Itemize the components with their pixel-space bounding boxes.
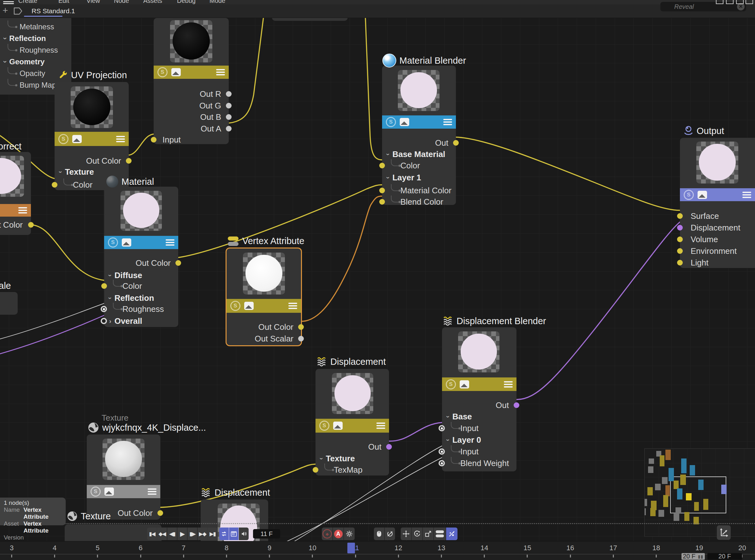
port-row[interactable]: Out R xyxy=(154,88,229,100)
port-out-r[interactable] xyxy=(226,91,232,97)
ruler-frame-9[interactable]: 9 xyxy=(268,544,271,552)
port-group-layer0[interactable]: ›Layer 0 xyxy=(442,434,517,445)
node-output[interactable]: S Surface Displacement Volume Environmen… xyxy=(680,138,755,268)
port-row[interactable]: Out Color xyxy=(0,219,31,231)
playhead[interactable] xyxy=(347,543,355,553)
node-tag-icon[interactable] xyxy=(13,7,23,15)
node-title-material[interactable]: Material xyxy=(106,176,154,187)
port-input[interactable] xyxy=(151,137,156,142)
image-preview-icon[interactable] xyxy=(72,135,82,143)
goto-end-button[interactable]: ▶▮ xyxy=(208,527,217,540)
port-group-texture[interactable]: ›Texture xyxy=(315,453,389,464)
port-volume[interactable] xyxy=(677,237,683,242)
node-header[interactable]: S xyxy=(442,377,517,391)
window-icon[interactable] xyxy=(726,0,734,4)
node-header[interactable]: S xyxy=(227,299,301,313)
window-icon[interactable] xyxy=(716,0,723,4)
node-title-texture-2[interactable]: Texture xyxy=(67,511,111,522)
port-material-color[interactable] xyxy=(379,187,385,193)
play-button[interactable]: ▶ xyxy=(177,527,187,540)
menu-icon[interactable] xyxy=(504,380,513,389)
port-roughness[interactable] xyxy=(101,306,107,312)
node-title-displacement[interactable]: Displacement xyxy=(317,357,386,367)
port-out[interactable] xyxy=(453,140,459,146)
node-header[interactable]: S xyxy=(104,236,178,249)
port-out-g[interactable] xyxy=(226,103,232,108)
ruler-frame-20[interactable]: 20 xyxy=(738,544,746,552)
image-preview-icon[interactable] xyxy=(122,238,131,246)
ruler-frame-10[interactable]: 10 xyxy=(309,544,316,552)
port-out-color[interactable] xyxy=(157,510,163,516)
port-row[interactable]: Surface xyxy=(680,210,755,222)
node-scale-partial[interactable] xyxy=(0,292,18,315)
menu-item-mode[interactable]: Mode xyxy=(210,0,225,4)
menu-item-node[interactable]: Node xyxy=(114,0,129,4)
node-title-displacement-blender[interactable]: Displacement Blender xyxy=(443,316,546,326)
menu-item-assets[interactable]: Assets xyxy=(143,0,162,4)
move-tool-button[interactable] xyxy=(401,527,411,540)
port-out-color[interactable] xyxy=(175,260,181,266)
node-title-texture[interactable]: wjykcfnqx_4K_Displace... xyxy=(88,422,206,433)
port-row[interactable]: Color xyxy=(104,280,178,292)
node-uv-projection[interactable]: S Out Color ›Texture Color xyxy=(55,82,129,190)
port-row[interactable]: Out xyxy=(442,400,517,411)
port-diffuse-color[interactable] xyxy=(101,283,107,289)
node-title-vertex-attribute[interactable]: Vertex Attribute xyxy=(228,236,305,246)
port-row[interactable]: Environment xyxy=(680,245,755,257)
port-group-diffuse[interactable]: ›Diffuse xyxy=(104,269,178,281)
ruler-frame-12[interactable]: 12 xyxy=(395,544,402,552)
port-color[interactable] xyxy=(52,182,57,187)
port-row[interactable]: Out xyxy=(315,441,389,453)
port-row[interactable]: Material Color xyxy=(382,185,456,196)
menu-icon[interactable] xyxy=(166,238,174,247)
prev-frame-button[interactable]: ◀▮ xyxy=(167,527,177,540)
fcurve-editor-button[interactable] xyxy=(717,525,731,540)
port-row[interactable]: Out Scalar xyxy=(227,333,301,344)
port-row[interactable]: Out Color xyxy=(55,155,129,166)
timeline-ruler[interactable]: 34567891011121314151617181920 xyxy=(0,541,755,560)
port-surface[interactable] xyxy=(677,213,683,219)
node-title-displacement-2[interactable]: Displacement xyxy=(201,487,270,498)
scale-tool-button[interactable] xyxy=(423,527,433,540)
window-icon[interactable] xyxy=(746,0,753,4)
rotation-lock-button[interactable] xyxy=(385,527,395,540)
port-row[interactable]: Volume xyxy=(680,234,755,245)
current-frame-field[interactable]: 11 F xyxy=(253,529,280,539)
port-row[interactable]: Input xyxy=(154,134,229,145)
image-preview-icon[interactable] xyxy=(171,68,181,76)
port-out[interactable] xyxy=(386,444,392,449)
menu-item-create[interactable]: Create xyxy=(18,0,37,4)
ruler-frame-14[interactable]: 14 xyxy=(481,544,488,552)
ruler-frame-5[interactable]: 5 xyxy=(96,544,99,552)
port-row[interactable]: Light xyxy=(680,257,755,268)
record-keyframe-button[interactable]: ◆ xyxy=(322,527,332,540)
window-icon[interactable] xyxy=(736,0,744,4)
port-out-scalar[interactable] xyxy=(298,336,304,341)
image-preview-icon[interactable] xyxy=(698,191,707,199)
port-overall[interactable] xyxy=(101,318,107,324)
autokey-button[interactable]: A xyxy=(333,527,344,540)
port-row[interactable]: Out xyxy=(382,137,456,148)
ruler-frame-17[interactable]: 17 xyxy=(609,544,617,552)
port-group-layer1[interactable]: ›Layer 1 xyxy=(382,172,456,183)
node-header[interactable]: S xyxy=(382,115,456,129)
port-blend-color[interactable] xyxy=(379,199,385,205)
ruler-frame-8[interactable]: 8 xyxy=(225,544,228,552)
keying-settings-button[interactable] xyxy=(344,527,355,540)
range-end-field[interactable]: 20 F xyxy=(708,553,742,560)
port-out-color[interactable] xyxy=(28,222,34,228)
image-preview-icon[interactable] xyxy=(104,487,114,496)
menu-icon[interactable] xyxy=(18,206,27,215)
port-row[interactable]: Color xyxy=(382,160,456,171)
port-texmap[interactable] xyxy=(313,467,318,473)
node-displacement-blender[interactable]: S Out ›Base Input ›Layer 0 Input Blend W… xyxy=(442,327,517,472)
port-row[interactable]: Input xyxy=(442,446,517,457)
port-out-a[interactable] xyxy=(226,126,232,132)
goto-start-button[interactable]: ▮◀ xyxy=(147,527,157,540)
add-tab-button[interactable]: + xyxy=(2,5,8,16)
port-base-color[interactable] xyxy=(379,163,385,168)
port-blend-weight[interactable] xyxy=(439,460,445,466)
port-row[interactable]: Out B xyxy=(154,111,229,123)
port-out-b[interactable] xyxy=(226,114,232,120)
port-row[interactable]: Input xyxy=(442,422,517,434)
